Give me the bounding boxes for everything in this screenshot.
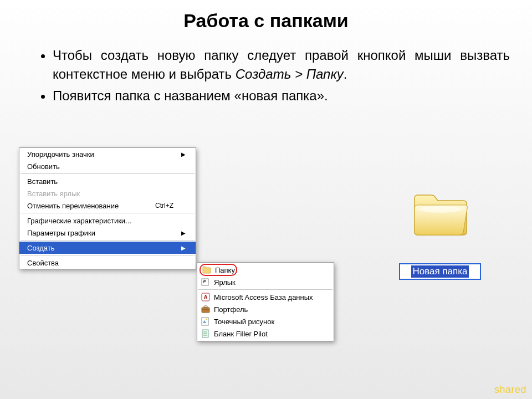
menu-item[interactable]: Вставить [19, 175, 196, 187]
watermark: myshared [480, 384, 526, 396]
submenu-item-label: Папку [215, 266, 235, 274]
svg-rect-3 [202, 308, 209, 313]
svg-text:A: A [203, 294, 207, 300]
svg-point-12 [420, 206, 462, 213]
highlight-ring: Папку [200, 264, 237, 276]
menu-item-label: Вставить ярлык [27, 190, 80, 198]
menu-item-label: Параметры графики [27, 229, 95, 237]
menu-item: Вставить ярлык [19, 187, 196, 200]
folder-icon [202, 265, 212, 274]
submenu-item[interactable]: Бланк Filler Pilot [197, 328, 334, 340]
submenu-item-label: Ярлык [214, 278, 236, 287]
context-menu: Упорядочить значки▶ОбновитьВставитьВстав… [19, 147, 196, 269]
submenu-arrow-icon: ▶ [181, 151, 186, 157]
bullet-item: Чтобы создать новую папку следует правой… [53, 46, 510, 83]
menu-shortcut: Ctrl+Z [155, 202, 173, 209]
menu-item[interactable]: Параметры графики▶ [19, 227, 196, 239]
menu-item[interactable]: Упорядочить значки▶ [19, 148, 196, 160]
menu-separator [198, 289, 332, 290]
menu-item-label: Отменить переименование [27, 202, 119, 210]
new-folder-name-text: Новая папка [411, 265, 468, 278]
bullet-item: Появится папка с названием «новая папка»… [53, 86, 510, 105]
menu-item-label: Упорядочить значки [27, 150, 94, 158]
bitmap-icon [201, 317, 211, 326]
svg-rect-4 [204, 306, 207, 308]
menu-item-label: Обновить [27, 162, 60, 171]
shortcut-icon [201, 278, 211, 287]
form-icon [201, 329, 211, 338]
submenu-item-label: Бланк Filler Pilot [214, 330, 268, 338]
menu-item-label: Создать [27, 244, 54, 252]
svg-rect-0 [202, 279, 208, 285]
submenu-item[interactable]: Портфель [197, 303, 334, 315]
access-icon: A [201, 293, 211, 301]
menu-item[interactable]: Обновить [19, 160, 196, 172]
menu-item[interactable]: Создать▶ [19, 242, 196, 254]
submenu-arrow-icon: ▶ [181, 230, 186, 236]
bullet-list: Чтобы создать новую папку следует правой… [30, 46, 510, 105]
submenu-item-label: Точечный рисунок [214, 318, 274, 326]
submenu-item[interactable]: Папку [197, 264, 334, 276]
menu-item[interactable]: Свойства [19, 257, 196, 269]
svg-point-7 [206, 319, 208, 320]
submenu-arrow-icon: ▶ [181, 245, 186, 251]
page-title: Работа с папками [0, 0, 532, 32]
create-submenu: ПапкуЯрлыкAMicrosoft Access База данныхП… [197, 262, 334, 341]
submenu-item[interactable]: Ярлык [197, 276, 334, 288]
menu-separator [21, 255, 195, 255]
menu-item-label: Графические характеристики... [27, 217, 131, 225]
menu-item-label: Вставить [27, 177, 58, 186]
menu-separator [21, 213, 195, 213]
menu-separator [21, 240, 195, 241]
submenu-item-label: Microsoft Access База данных [214, 293, 313, 301]
briefcase-icon [201, 305, 211, 314]
menu-separator [21, 173, 195, 174]
submenu-item-label: Портфель [214, 305, 248, 314]
menu-item[interactable]: Графические характеристики... [19, 214, 196, 227]
submenu-item[interactable]: Точечный рисунок [197, 315, 334, 328]
new-folder-name-input[interactable]: Новая папка [399, 263, 481, 280]
menu-item[interactable]: Отменить переименованиеCtrl+Z [19, 200, 196, 212]
submenu-item[interactable]: AMicrosoft Access База данных [197, 291, 334, 303]
folder-icon-large [410, 188, 471, 238]
menu-item-label: Свойства [27, 259, 59, 267]
